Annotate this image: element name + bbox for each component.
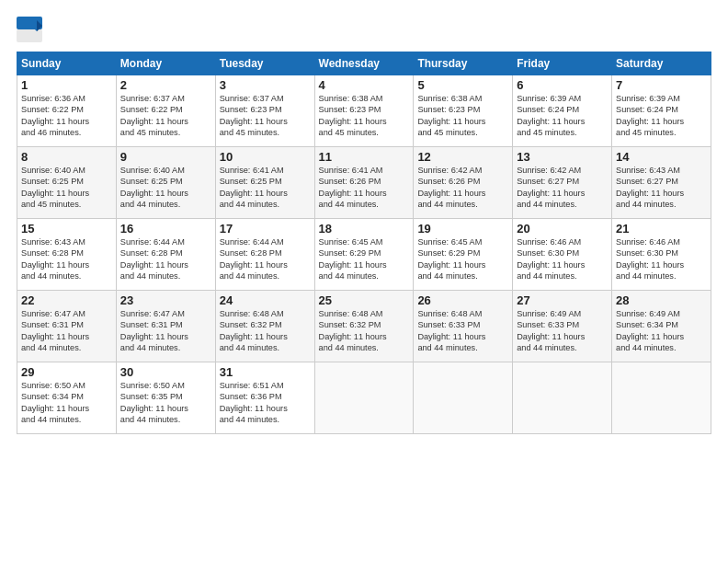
cell-info: Sunrise: 6:47 AM Sunset: 6:31 PM Dayligh… [120, 308, 211, 354]
header-day: Sunday [17, 52, 117, 75]
cell-info: Sunrise: 6:38 AM Sunset: 6:23 PM Dayligh… [417, 93, 508, 139]
logo [17, 17, 46, 42]
day-number: 14 [616, 150, 707, 164]
calendar-cell: 10Sunrise: 6:41 AM Sunset: 6:25 PM Dayli… [215, 147, 314, 219]
calendar-cell: 3Sunrise: 6:37 AM Sunset: 6:23 PM Daylig… [215, 75, 314, 147]
calendar-cell: 12Sunrise: 6:42 AM Sunset: 6:26 PM Dayli… [414, 147, 513, 219]
calendar-cell: 28Sunrise: 6:49 AM Sunset: 6:34 PM Dayli… [612, 291, 711, 362]
calendar-cell: 7Sunrise: 6:39 AM Sunset: 6:24 PM Daylig… [612, 75, 711, 147]
cell-info: Sunrise: 6:43 AM Sunset: 6:27 PM Dayligh… [616, 165, 707, 211]
calendar-cell: 16Sunrise: 6:44 AM Sunset: 6:28 PM Dayli… [116, 219, 215, 291]
calendar-cell: 14Sunrise: 6:43 AM Sunset: 6:27 PM Dayli… [612, 147, 711, 219]
calendar-cell: 13Sunrise: 6:42 AM Sunset: 6:27 PM Dayli… [513, 147, 612, 219]
day-number: 28 [616, 293, 707, 307]
calendar-cell: 31Sunrise: 6:51 AM Sunset: 6:36 PM Dayli… [215, 362, 314, 434]
calendar-cell: 8Sunrise: 6:40 AM Sunset: 6:25 PM Daylig… [17, 147, 117, 219]
calendar-table: SundayMondayTuesdayWednesdayThursdayFrid… [17, 52, 711, 434]
cell-info: Sunrise: 6:45 AM Sunset: 6:29 PM Dayligh… [319, 236, 410, 282]
day-number: 19 [417, 222, 508, 236]
day-number: 29 [21, 365, 112, 379]
day-number: 9 [120, 150, 211, 164]
calendar-cell: 21Sunrise: 6:46 AM Sunset: 6:30 PM Dayli… [612, 219, 711, 291]
day-number: 25 [319, 293, 410, 307]
logo-icon [17, 17, 42, 42]
svg-rect-1 [17, 29, 42, 42]
calendar-cell [612, 362, 711, 434]
calendar-cell: 29Sunrise: 6:50 AM Sunset: 6:34 PM Dayli… [17, 362, 117, 434]
header-day: Saturday [612, 52, 711, 75]
calendar-row: 15Sunrise: 6:43 AM Sunset: 6:28 PM Dayli… [17, 219, 711, 291]
calendar-cell: 18Sunrise: 6:45 AM Sunset: 6:29 PM Dayli… [314, 219, 414, 291]
calendar-cell: 1Sunrise: 6:36 AM Sunset: 6:22 PM Daylig… [17, 75, 117, 147]
day-number: 18 [319, 222, 410, 236]
cell-info: Sunrise: 6:42 AM Sunset: 6:26 PM Dayligh… [417, 165, 508, 211]
header [17, 17, 711, 42]
day-number: 6 [517, 78, 608, 92]
calendar-cell: 17Sunrise: 6:44 AM Sunset: 6:28 PM Dayli… [215, 219, 314, 291]
cell-info: Sunrise: 6:36 AM Sunset: 6:22 PM Dayligh… [21, 93, 112, 139]
calendar-cell: 23Sunrise: 6:47 AM Sunset: 6:31 PM Dayli… [116, 291, 215, 362]
day-number: 12 [417, 150, 508, 164]
calendar-cell: 15Sunrise: 6:43 AM Sunset: 6:28 PM Dayli… [17, 219, 117, 291]
calendar-row: 8Sunrise: 6:40 AM Sunset: 6:25 PM Daylig… [17, 147, 711, 219]
day-number: 7 [616, 78, 707, 92]
calendar-cell: 6Sunrise: 6:39 AM Sunset: 6:24 PM Daylig… [513, 75, 612, 147]
day-number: 30 [120, 365, 211, 379]
day-number: 11 [319, 150, 410, 164]
day-number: 27 [517, 293, 608, 307]
header-day: Tuesday [215, 52, 314, 75]
calendar-cell: 24Sunrise: 6:48 AM Sunset: 6:32 PM Dayli… [215, 291, 314, 362]
calendar-cell: 30Sunrise: 6:50 AM Sunset: 6:35 PM Dayli… [116, 362, 215, 434]
calendar-cell: 20Sunrise: 6:46 AM Sunset: 6:30 PM Dayli… [513, 219, 612, 291]
calendar-row: 29Sunrise: 6:50 AM Sunset: 6:34 PM Dayli… [17, 362, 711, 434]
cell-info: Sunrise: 6:39 AM Sunset: 6:24 PM Dayligh… [616, 93, 707, 139]
cell-info: Sunrise: 6:45 AM Sunset: 6:29 PM Dayligh… [417, 236, 508, 282]
header-day: Friday [513, 52, 612, 75]
cell-info: Sunrise: 6:48 AM Sunset: 6:33 PM Dayligh… [417, 308, 508, 354]
calendar-cell: 26Sunrise: 6:48 AM Sunset: 6:33 PM Dayli… [414, 291, 513, 362]
day-number: 20 [517, 222, 608, 236]
calendar-cell: 2Sunrise: 6:37 AM Sunset: 6:22 PM Daylig… [116, 75, 215, 147]
day-number: 13 [517, 150, 608, 164]
cell-info: Sunrise: 6:41 AM Sunset: 6:25 PM Dayligh… [220, 165, 311, 211]
cell-info: Sunrise: 6:50 AM Sunset: 6:34 PM Dayligh… [21, 380, 112, 426]
cell-info: Sunrise: 6:47 AM Sunset: 6:31 PM Dayligh… [21, 308, 112, 354]
day-number: 5 [417, 78, 508, 92]
calendar-cell [513, 362, 612, 434]
calendar-cell: 19Sunrise: 6:45 AM Sunset: 6:29 PM Dayli… [414, 219, 513, 291]
day-number: 24 [220, 293, 311, 307]
calendar-cell: 11Sunrise: 6:41 AM Sunset: 6:26 PM Dayli… [314, 147, 414, 219]
cell-info: Sunrise: 6:38 AM Sunset: 6:23 PM Dayligh… [319, 93, 410, 139]
day-number: 22 [21, 293, 112, 307]
day-number: 10 [220, 150, 311, 164]
cell-info: Sunrise: 6:46 AM Sunset: 6:30 PM Dayligh… [616, 236, 707, 282]
day-number: 15 [21, 222, 112, 236]
day-number: 31 [220, 365, 311, 379]
cell-info: Sunrise: 6:51 AM Sunset: 6:36 PM Dayligh… [220, 380, 311, 426]
day-number: 21 [616, 222, 707, 236]
page: SundayMondayTuesdayWednesdayThursdayFrid… [0, 0, 728, 563]
calendar-cell: 27Sunrise: 6:49 AM Sunset: 6:33 PM Dayli… [513, 291, 612, 362]
day-number: 16 [120, 222, 211, 236]
cell-info: Sunrise: 6:37 AM Sunset: 6:22 PM Dayligh… [120, 93, 211, 139]
cell-info: Sunrise: 6:44 AM Sunset: 6:28 PM Dayligh… [220, 236, 311, 282]
cell-info: Sunrise: 6:50 AM Sunset: 6:35 PM Dayligh… [120, 380, 211, 426]
header-day: Monday [116, 52, 215, 75]
calendar-cell: 5Sunrise: 6:38 AM Sunset: 6:23 PM Daylig… [414, 75, 513, 147]
calendar-cell: 22Sunrise: 6:47 AM Sunset: 6:31 PM Dayli… [17, 291, 117, 362]
calendar-row: 1Sunrise: 6:36 AM Sunset: 6:22 PM Daylig… [17, 75, 711, 147]
cell-info: Sunrise: 6:48 AM Sunset: 6:32 PM Dayligh… [319, 308, 410, 354]
day-number: 1 [21, 78, 112, 92]
day-number: 8 [21, 150, 112, 164]
cell-info: Sunrise: 6:44 AM Sunset: 6:28 PM Dayligh… [120, 236, 211, 282]
cell-info: Sunrise: 6:48 AM Sunset: 6:32 PM Dayligh… [220, 308, 311, 354]
day-number: 3 [220, 78, 311, 92]
calendar-cell: 4Sunrise: 6:38 AM Sunset: 6:23 PM Daylig… [314, 75, 414, 147]
header-row: SundayMondayTuesdayWednesdayThursdayFrid… [17, 52, 711, 75]
cell-info: Sunrise: 6:41 AM Sunset: 6:26 PM Dayligh… [319, 165, 410, 211]
cell-info: Sunrise: 6:39 AM Sunset: 6:24 PM Dayligh… [517, 93, 608, 139]
cell-info: Sunrise: 6:40 AM Sunset: 6:25 PM Dayligh… [120, 165, 211, 211]
day-number: 23 [120, 293, 211, 307]
cell-info: Sunrise: 6:49 AM Sunset: 6:33 PM Dayligh… [517, 308, 608, 354]
cell-info: Sunrise: 6:40 AM Sunset: 6:25 PM Dayligh… [21, 165, 112, 211]
